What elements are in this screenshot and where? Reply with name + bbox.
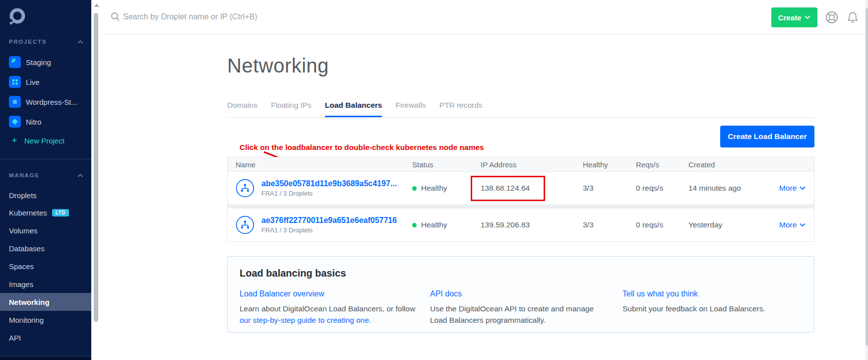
help-lifering-icon[interactable] <box>825 10 839 26</box>
sidebar-item-label: API <box>9 334 21 342</box>
create-load-balancer-button[interactable]: Create Load Balancer <box>720 126 814 147</box>
ltd-badge: LTD <box>52 209 69 216</box>
new-project-button[interactable]: + New Project <box>0 132 91 149</box>
basics-column-overview: Load Balancer overview Learn about Digit… <box>240 289 418 326</box>
sidebar-item-api[interactable]: API <box>0 329 91 347</box>
manage-section-header[interactable]: MANAGE <box>0 166 91 184</box>
sidebar-item-label: Volumes <box>9 226 38 235</box>
basics-text: Use the DigitalOcean API to create and m… <box>430 303 594 326</box>
new-project-label: New Project <box>24 137 64 145</box>
sidebar-item-project-live[interactable]: Live <box>0 72 91 92</box>
more-label: More <box>779 184 797 193</box>
column-header-healthy: Healthy <box>583 160 636 169</box>
sidebar-item-label: Droplets <box>9 191 37 200</box>
lb-name-cell: abe350e05781d11e9b3689a5c4197... FRA1 / … <box>228 179 412 198</box>
healthy-status-dot <box>412 186 417 191</box>
networking-tabs: Domains Floating IPs Load Balancers Fire… <box>227 100 814 118</box>
manage-header-label: MANAGE <box>9 172 40 178</box>
page-scrollbar-thumb[interactable] <box>866 8 868 346</box>
basics-column-api: API docs Use the DigitalOcean API to cre… <box>430 289 594 326</box>
notifications-bell-icon[interactable] <box>846 10 860 26</box>
wordpress-project-icon <box>9 96 21 108</box>
column-header-reqs: Reqs/s <box>636 160 688 169</box>
sidebar-scrollbar-track <box>91 0 102 360</box>
lb-created: Yesterday <box>688 220 779 229</box>
lb-ip: 139.59.206.83 <box>481 220 583 229</box>
sidebar-item-databases[interactable]: Databases <box>0 239 91 257</box>
table-row[interactable]: ae376ff22770011e9a651e6eaf057716 FRA1 / … <box>227 209 814 242</box>
plus-icon: + <box>10 135 18 146</box>
scroll-up-arrow-icon[interactable] <box>94 3 99 7</box>
projects-section-header[interactable]: PROJECTS <box>0 33 91 51</box>
step-by-step-guide-link[interactable]: our step-by-step guide to creating one. <box>240 314 418 326</box>
search-icon <box>110 11 121 24</box>
column-header-created: Created <box>688 160 779 169</box>
sidebar-item-label: Live <box>26 78 40 86</box>
column-header-name: Name <box>228 160 412 169</box>
lb-name-link[interactable]: abe350e05781d11e9b3689a5c4197... <box>261 179 397 188</box>
load-balancer-table: Name Status IP Address Healthy Reqs/s Cr… <box>227 157 814 242</box>
sidebar-item-project-nitro[interactable]: Nitro <box>0 112 91 132</box>
lb-created: 14 minutes ago <box>688 184 779 193</box>
sidebar-item-droplets[interactable]: Droplets <box>0 186 91 204</box>
tab-load-balancers[interactable]: Load Balancers <box>325 100 382 117</box>
sidebar-item-volumes[interactable]: Volumes <box>0 221 91 239</box>
sidebar-item-networking[interactable]: Networking <box>0 293 91 311</box>
sidebar-item-project-wordpress[interactable]: Wordpress-St... <box>0 92 91 112</box>
chevron-down-icon <box>800 186 806 190</box>
sidebar-item-project-staging[interactable]: Staging <box>0 52 91 72</box>
tab-floating-ips[interactable]: Floating IPs <box>271 100 311 117</box>
sidebar-item-label: Wordpress-St... <box>26 98 77 106</box>
create-button-label: Create <box>778 13 802 22</box>
lb-status: Healthy <box>421 220 447 229</box>
lb-status-cell: Healthy <box>412 184 481 193</box>
more-dropdown[interactable]: More <box>779 184 815 193</box>
page-scrollbar-track <box>866 0 868 360</box>
basics-column-feedback: Tell us what you think Submit your feedb… <box>622 289 791 314</box>
page-title: Networking <box>227 55 329 77</box>
load-balancer-overview-link[interactable]: Load Balancer overview <box>240 289 324 298</box>
basics-text: Learn about DigitalOcean Load Balancers,… <box>240 304 415 313</box>
healthy-status-dot <box>412 223 417 227</box>
column-header-ip: IP Address <box>481 160 583 169</box>
more-dropdown[interactable]: More <box>779 220 815 229</box>
table-header-row: Name Status IP Address Healthy Reqs/s Cr… <box>227 157 814 172</box>
tab-firewalls[interactable]: Firewalls <box>395 100 426 117</box>
lb-name-link[interactable]: ae376ff22770011e9a651e6eaf057716 <box>261 216 397 225</box>
sidebar-scrollbar-thumb[interactable] <box>94 13 98 322</box>
sidebar-item-label: Staging <box>26 58 51 67</box>
basics-title: Load balancing basics <box>240 268 346 279</box>
load-balancer-icon <box>236 216 254 234</box>
sidebar-item-monitoring[interactable]: Monitoring <box>0 311 91 329</box>
create-button[interactable]: Create <box>771 7 817 27</box>
sidebar-item-spaces[interactable]: Spaces <box>0 257 91 275</box>
search-input[interactable] <box>123 0 401 34</box>
lb-healthy: 3/3 <box>583 220 636 229</box>
chevron-down-icon <box>800 223 806 227</box>
lb-ip: 138.68.124.64 <box>481 184 583 193</box>
api-docs-link[interactable]: API docs <box>430 289 462 298</box>
live-project-icon <box>9 76 21 88</box>
sidebar-item-images[interactable]: Images <box>0 275 91 293</box>
tab-domains[interactable]: Domains <box>227 100 257 117</box>
feedback-link[interactable]: Tell us what you think <box>622 289 698 298</box>
nitro-project-icon <box>9 116 21 128</box>
sidebar-footer-strip <box>0 357 91 360</box>
sidebar-item-label: Images <box>9 280 33 288</box>
chevron-up-icon <box>77 39 83 45</box>
lb-meta: FRA1 / 3 Droplets <box>261 190 397 197</box>
row-separator <box>227 205 814 209</box>
lb-status-cell: Healthy <box>412 220 481 229</box>
basics-text: Submit your feedback on Load Balancers. <box>622 303 791 314</box>
table-row[interactable]: abe350e05781d11e9b3689a5c4197... FRA1 / … <box>227 172 814 205</box>
projects-header-label: PROJECTS <box>9 39 47 45</box>
sidebar-item-kubernetes[interactable]: Kubernetes LTD <box>0 204 91 221</box>
digitalocean-control-panel: PROJECTS Staging Live <box>0 0 868 360</box>
digitalocean-logo-icon[interactable] <box>8 7 27 26</box>
sidebar-item-label: Spaces <box>9 262 34 271</box>
tab-ptr-records[interactable]: PTR records <box>439 100 483 117</box>
chevron-up-icon <box>77 173 83 179</box>
sidebar-item-label: Databases <box>9 244 45 253</box>
sidebar-item-label: Monitoring <box>9 316 44 324</box>
lb-meta: FRA1 / 3 Droplets <box>261 226 397 234</box>
